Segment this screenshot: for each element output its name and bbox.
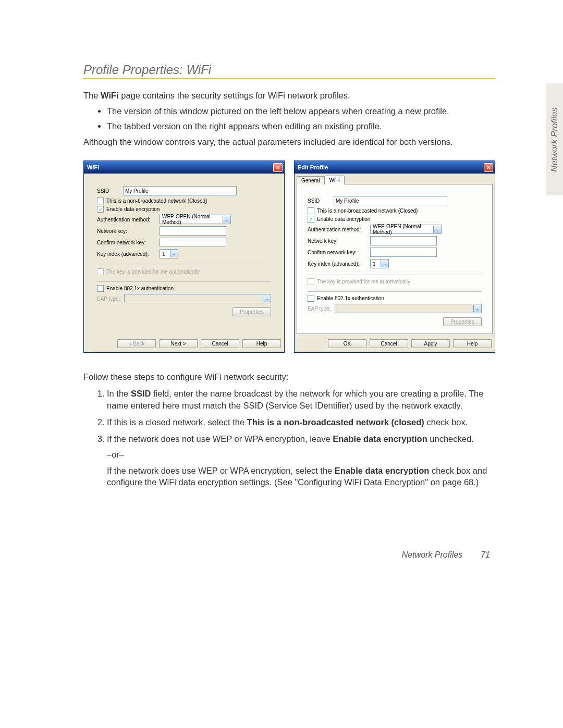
wifi-dialog-new: WiFi ✕ SSID This is a non-broadcasted ne…: [83, 161, 285, 353]
step-2: If this is a closed network, select the …: [107, 416, 495, 428]
confkey-label: Confirm network key:: [97, 240, 160, 245]
step-3: If the network does not use WEP or WPA e…: [107, 433, 495, 488]
side-tab-label: Network Profiles: [549, 107, 560, 172]
tab-wifi[interactable]: WiFi: [325, 176, 345, 184]
back-button: < Back: [117, 339, 156, 348]
steps-intro: Follow these steps to configure WiFi net…: [83, 371, 495, 382]
keyidx-label: Key index (advanced):: [97, 251, 160, 257]
autokey-check: The key is provided for me automatically: [308, 278, 482, 285]
auth-label: Authentication method:: [97, 217, 160, 223]
confkey-input[interactable]: [160, 238, 226, 247]
chevron-down-icon: ⌄: [433, 226, 441, 233]
netkey-input[interactable]: [160, 226, 226, 236]
nonbroadcast-check[interactable]: This is a non-broadcasted network (Close…: [308, 207, 482, 214]
keyidx-label: Key index (advanced):: [308, 261, 370, 267]
intro-line-1: The WiFi page contains the security sett…: [83, 90, 495, 101]
netkey-label: Network key:: [308, 238, 370, 244]
section-title: Profile Properties: WiFi: [83, 63, 495, 79]
close-icon[interactable]: ✕: [273, 163, 283, 172]
eap-label: EAP type:: [97, 296, 120, 302]
chevron-down-icon: ⌄: [170, 250, 178, 257]
chevron-down-icon: ⌄: [381, 260, 388, 267]
apply-button[interactable]: Apply: [411, 339, 450, 348]
titlebar: Edit Profile ✕: [295, 161, 495, 174]
netkey-input[interactable]: [370, 236, 437, 245]
enable8021x-check[interactable]: Enable 802.1x authentication: [97, 285, 271, 292]
title-text: WiFi: [87, 164, 99, 170]
auth-select[interactable]: WEP-OPEN (Normal Method) ⌄: [370, 225, 442, 234]
cancel-button[interactable]: Cancel: [201, 339, 239, 348]
keyidx-select[interactable]: 1 ⌄: [370, 259, 389, 268]
confkey-label: Confirm network key:: [308, 250, 370, 255]
keyidx-select[interactable]: 1 ⌄: [160, 249, 178, 258]
ssid-input[interactable]: [123, 186, 237, 195]
nonbroadcast-check[interactable]: This is a non-broadcasted network (Close…: [97, 198, 271, 204]
chevron-down-icon: ⌄: [223, 216, 230, 223]
next-button[interactable]: Next >: [159, 339, 198, 348]
tab-general[interactable]: General: [297, 176, 325, 184]
ssid-input[interactable]: [334, 196, 447, 205]
auth-label: Authentication method:: [308, 227, 370, 232]
auth-select[interactable]: WEP-OPEN (Normal Method) ⌄: [160, 215, 231, 224]
chevron-down-icon: ⌄: [473, 305, 481, 312]
properties-button: Properties: [443, 317, 482, 326]
help-button[interactable]: Help: [242, 339, 281, 348]
eap-label: EAP type:: [308, 306, 331, 312]
chevron-down-icon: ⌄: [263, 295, 271, 302]
autokey-check: The key is provided for me automatically: [97, 268, 271, 275]
wifi-dialog-edit: Edit Profile ✕ General WiFi SSID This is…: [294, 161, 495, 353]
ok-button[interactable]: OK: [328, 339, 366, 348]
properties-button: Properties: [232, 307, 271, 316]
eap-select: ⌄: [335, 304, 482, 313]
side-tab: Network Profiles: [546, 83, 563, 195]
titlebar: WiFi ✕: [84, 161, 284, 174]
step-1: In the SSID field, enter the name broadc…: [107, 388, 495, 411]
footer-page: 71: [481, 550, 490, 560]
close-icon[interactable]: ✕: [484, 163, 493, 172]
help-button[interactable]: Help: [453, 339, 492, 348]
enable-enc-check[interactable]: ✓Enable data encryption: [308, 216, 482, 223]
intro-line-2: Although the window controls vary, the a…: [83, 136, 495, 147]
enable-enc-check[interactable]: ✓Enable data encryption: [97, 206, 271, 213]
ssid-label: SSID: [308, 198, 334, 204]
title-text: Edit Profile: [298, 164, 328, 170]
ssid-label: SSID: [97, 188, 123, 194]
cancel-button[interactable]: Cancel: [370, 339, 408, 348]
eap-select: ⌄: [124, 294, 271, 303]
enable8021x-check[interactable]: Enable 802.1x authentication: [308, 295, 482, 302]
intro-bullet-1: The version of this window pictured on t…: [107, 105, 495, 117]
intro-bullet-2: The tabbed version on the right appears …: [107, 120, 495, 132]
netkey-label: Network key:: [97, 228, 160, 234]
confkey-input[interactable]: [370, 248, 437, 257]
footer-section: Network Profiles: [402, 550, 462, 560]
